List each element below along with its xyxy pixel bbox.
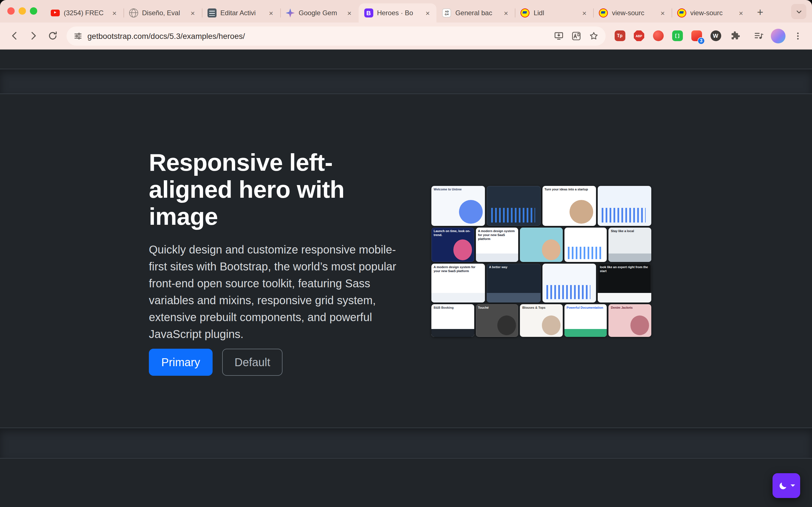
browser-toolbar: getbootstrap.com/docs/5.3/examples/heroe… xyxy=(0,22,812,50)
code-brackets-icon: [] xyxy=(672,31,682,41)
tab-close-button[interactable]: × xyxy=(423,8,432,17)
tab-close-button[interactable]: × xyxy=(580,8,589,17)
new-tab-button[interactable]: + xyxy=(752,5,768,21)
tab-close-button[interactable]: × xyxy=(658,8,667,17)
adblock-plus-icon: ABP xyxy=(633,31,644,41)
bookmark-star-icon xyxy=(589,31,599,41)
collage-tile: Turn your ideas into a startup xyxy=(542,186,596,226)
tab-close-button[interactable]: × xyxy=(266,8,275,17)
tab[interactable]: Diseño, Eval× xyxy=(123,3,202,22)
profile-avatar[interactable] xyxy=(771,29,785,43)
extensions-menu-button[interactable] xyxy=(726,27,744,45)
kebab-menu-icon xyxy=(793,31,803,41)
extension-shopping-button[interactable]: 3 xyxy=(688,27,705,45)
translate-button[interactable] xyxy=(571,31,581,41)
collage-tile: A better way xyxy=(487,264,541,302)
collage-tile-label: look like an expert right from the start xyxy=(600,265,649,273)
reload-button[interactable] xyxy=(43,26,62,45)
chevron-down-icon xyxy=(795,8,803,15)
hero-description: Quickly design and customize responsive … xyxy=(149,241,405,342)
collage-tile: Touché xyxy=(476,304,518,337)
bookmark-button[interactable] xyxy=(589,31,599,41)
omnibox-actions xyxy=(554,31,599,41)
address-bar[interactable]: getbootstrap.com/docs/5.3/examples/heroe… xyxy=(66,26,606,45)
tab-title: (3254) FREC xyxy=(64,9,106,17)
browser-menu-button[interactable] xyxy=(788,26,808,45)
tab-close-button[interactable]: × xyxy=(110,8,119,17)
hero-title: Responsive left- aligned hero with image xyxy=(149,149,419,230)
media-controls-button[interactable] xyxy=(749,26,768,45)
theme-toggle-button[interactable] xyxy=(772,473,800,498)
tab[interactable]: view-sourc× xyxy=(672,3,750,22)
collage-tile-decoration xyxy=(453,240,472,260)
tab[interactable]: (3254) FREC× xyxy=(45,3,123,22)
collage-tile: A modern design system for your new SaaS… xyxy=(476,228,518,262)
collage-tile: Launch on time, look on-trend. xyxy=(432,228,474,262)
tab-title: Heroes · Bo xyxy=(377,9,419,17)
extension-adblock-button[interactable] xyxy=(649,27,667,45)
collage-tile-decoration xyxy=(602,208,646,222)
collage-tile-decoration xyxy=(542,316,561,335)
forward-button[interactable] xyxy=(24,26,43,45)
window-zoom-button[interactable] xyxy=(30,7,37,15)
collage-tile-decoration xyxy=(497,316,516,335)
hero-title-line-1: Responsive left- xyxy=(149,149,419,176)
lidl-favicon xyxy=(521,8,530,17)
browser-window: (3254) FREC×Diseño, Eval×Editar Activi×G… xyxy=(0,0,812,507)
example-divider-top xyxy=(0,69,812,94)
window-minimize-button[interactable] xyxy=(18,7,26,15)
tab-title: Editar Activi xyxy=(220,9,263,17)
extension-adblock-plus-button[interactable]: ABP xyxy=(630,27,648,45)
collage-tile-decoration xyxy=(542,240,561,260)
tab[interactable]: General bac× xyxy=(437,3,515,22)
collage-tile-decoration xyxy=(546,285,591,299)
collage-tile-label: Blouses & Tops xyxy=(522,306,560,310)
collage-tile-decoration xyxy=(569,200,593,224)
tab-close-button[interactable]: × xyxy=(345,8,354,17)
collage-row: A modern design system for your new SaaS… xyxy=(432,264,651,302)
window-close-button[interactable] xyxy=(7,7,15,15)
tab-close-button[interactable]: × xyxy=(502,8,511,17)
tab-search-button[interactable] xyxy=(791,4,806,19)
extension-code-button[interactable]: [] xyxy=(668,27,686,45)
tab[interactable]: Lidl× xyxy=(515,3,594,22)
tab[interactable]: view-sourc× xyxy=(593,3,672,22)
reload-icon xyxy=(47,31,58,41)
media-queue-icon xyxy=(753,31,764,41)
collage-tile-decoration xyxy=(432,293,485,302)
gemini-favicon xyxy=(286,8,295,17)
collage-row: Launch on time, look on-trend.A modern d… xyxy=(432,228,651,262)
tab-strip: (3254) FREC×Diseño, Eval×Editar Activi×G… xyxy=(0,0,812,22)
tab-close-button[interactable]: × xyxy=(188,8,197,17)
tab[interactable]: Google Gem× xyxy=(280,3,358,22)
collage-tile: Stay like a local xyxy=(609,228,651,262)
collage-tile: Denim Jackets xyxy=(609,304,651,337)
collage-tile-decoration xyxy=(491,208,535,222)
extension-w-button[interactable]: W xyxy=(707,27,725,45)
tab-list: (3254) FREC×Diseño, Eval×Editar Activi×G… xyxy=(45,3,768,22)
youtube-favicon xyxy=(51,10,60,16)
tab-title: view-sourc xyxy=(612,9,654,17)
back-arrow-icon xyxy=(9,31,19,41)
lidl-favicon xyxy=(599,8,608,17)
collage-tile: B&B Booking xyxy=(432,304,474,337)
hero-buttons: Primary Default xyxy=(149,349,283,376)
extension-tampermonkey-button[interactable]: Tp xyxy=(611,27,629,45)
adblock-icon xyxy=(653,31,663,41)
collage-tile-label: A modern design system for your new SaaS… xyxy=(434,265,483,273)
collage-tile-decoration xyxy=(568,246,603,259)
window-controls xyxy=(7,7,37,15)
primary-button[interactable]: Primary xyxy=(149,349,213,376)
default-button[interactable]: Default xyxy=(222,349,283,376)
example-divider-bottom xyxy=(0,428,812,459)
tab[interactable]: Heroes · Bo× xyxy=(358,3,437,22)
bootstrap-favicon xyxy=(364,8,373,17)
collage-row: Welcome to UntreeTurn your ideas into a … xyxy=(432,186,651,226)
collage-tile-label: Turn your ideas into a startup xyxy=(545,187,594,191)
back-button[interactable] xyxy=(4,26,24,45)
tab-close-button[interactable]: × xyxy=(737,8,746,17)
collage-tile-decoration xyxy=(564,329,607,337)
globe-favicon xyxy=(129,8,138,17)
install-app-button[interactable] xyxy=(554,31,564,41)
tab[interactable]: Editar Activi× xyxy=(202,3,280,22)
